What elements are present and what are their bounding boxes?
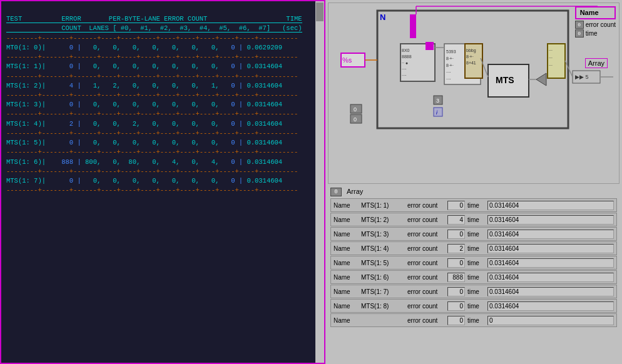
row-mt0: MT0(1: 0)| 0 | 0, 0, 0, 0, 0, 0, 0, 0 | … — [6, 44, 282, 51]
svg-text:N: N — [380, 13, 385, 22]
divider-8: --------+-------+------+----+----+----+-… — [6, 186, 298, 194]
error-count-value-box: 0 — [575, 21, 584, 29]
divider-5: --------+-------+------+----+----+----+-… — [6, 129, 298, 137]
name-display-label: Name — [580, 9, 599, 16]
array-row-name-value: MTS(1: 6) — [361, 274, 405, 281]
array-index-box: 0 — [330, 188, 342, 196]
array-row-name-label: Name — [334, 260, 359, 266]
array-row-ec-value: 0 — [447, 287, 465, 296]
array-row: Name MTS(1: 7) error count 0 time 0.0314… — [330, 285, 617, 298]
array-row-ec-value: 4 — [447, 215, 465, 225]
svg-rect-11 — [426, 42, 434, 50]
divider-7: --------+-------+------+----+----+----+-… — [6, 168, 298, 175]
array-row-time-value: 0.0314604 — [487, 201, 614, 210]
row-mts5: MTS(1: 5)| 0 | 0, 0, 0, 0, 0, 0, 0, 0 | … — [6, 139, 282, 146]
right-panel: N %s 8X0 8888 ·· ● ···· ···· 3 i 53 — [325, 0, 622, 364]
time-display-label: time — [586, 30, 598, 37]
array-row-time-label: time — [467, 231, 485, 238]
array-row-ec-label: error count — [407, 288, 445, 295]
array-row-time-label: time — [467, 245, 485, 252]
svg-text:MTS: MTS — [496, 75, 514, 85]
array-row-time-label: time — [467, 216, 485, 223]
svg-text:····: ···· — [446, 70, 451, 74]
svg-text:5393: 5393 — [446, 49, 456, 54]
terminal-header2: COUNT LANES [ #0, #1, #2, #3, #4, #5, #6… — [6, 24, 302, 33]
error-count-display-label: error count — [586, 21, 616, 28]
divider-3: --------+-------+------+----+----+----+-… — [6, 91, 298, 99]
array-row: Name MTS(1: 8) error count 0 time 0.0314… — [330, 299, 617, 313]
array-row: Name error count 0 time 0 — [330, 313, 617, 327]
array-row-name-value: MTS(1: 5) — [361, 260, 405, 266]
svg-text:bbbg: bbbg — [466, 48, 476, 53]
array-row: Name MTS(1: 6) error count 888 time 0.03… — [330, 270, 617, 284]
array-row-time-value: 0 — [487, 316, 614, 325]
array-row-time-value: 0.0314604 — [487, 301, 614, 311]
array-row: Name MTS(1: 5) error count 0 time 0.0314… — [330, 256, 617, 270]
array-row-ec-label: error count — [407, 317, 445, 324]
svg-text:8X0: 8X0 — [402, 48, 410, 53]
array-row-time-label: time — [467, 303, 485, 310]
row-mts2: MTS(1: 2)| 4 | 1, 2, 0, 0, 0, 0, 1, 0 | … — [6, 82, 282, 89]
row-mts3: MTS(1: 3)| 0 | 0, 0, 0, 0, 0, 0, 0, 0 | … — [6, 101, 282, 108]
svg-text:8·+·: 8·+· — [446, 63, 454, 68]
array-row-name-label: Name — [334, 216, 359, 223]
terminal-content: TEST ERROR PER-BYTE-LANE ERROR COUNT TIM… — [1, 1, 324, 209]
array-row: Name MTS(1: 4) error count 2 time 0.0314… — [330, 241, 617, 255]
array-row-name-label: Name — [334, 245, 359, 252]
array-row-time-value: 0.0314604 — [487, 230, 614, 239]
array-section[interactable]: 0 Array Name MTS(1: 1) error count 0 tim… — [328, 186, 619, 361]
array-row-name-label: Name — [334, 317, 359, 324]
array-row-name-label: Name — [334, 274, 359, 281]
svg-text:····: ···· — [446, 77, 451, 81]
array-row-ec-value: 0 — [447, 258, 465, 268]
svg-text:%s: %s — [342, 56, 352, 64]
svg-text:···: ··· — [549, 63, 553, 68]
diagram-area: N %s 8X0 8888 ·· ● ···· ···· 3 i 53 — [328, 3, 619, 184]
array-row-name-label: Name — [334, 288, 359, 295]
array-row-time-value: 0.0314604 — [487, 244, 614, 253]
array-output-label: Array — [585, 58, 608, 68]
array-row-time-value: 0.0314604 — [487, 287, 614, 296]
array-row-ec-value: 0 — [447, 301, 465, 311]
terminal-header: TEST ERROR PER-BYTE-LANE ERROR COUNT TIM… — [6, 15, 302, 23]
array-row-ec-value: 0 — [447, 201, 465, 210]
display-cluster: Name 0 error count 0 time — [575, 6, 616, 38]
scrollbar-thumb[interactable] — [316, 3, 324, 21]
array-row-ec-label: error count — [407, 231, 445, 238]
array-row: Name MTS(1: 2) error count 4 time 0.0314… — [330, 213, 617, 226]
array-row-name-label: Name — [334, 202, 359, 209]
array-row-name-value: MTS(1: 2) — [361, 216, 405, 223]
svg-text:0: 0 — [354, 116, 357, 123]
row-mts4: MTS(1: 4)| 2 | 0, 0, 2, 0, 0, 0, 0, 0 | … — [6, 120, 282, 128]
array-row-ec-label: error count — [407, 303, 445, 310]
array-row-time-value: 0.0314604 — [487, 215, 614, 225]
array-row-name-value: MTS(1: 8) — [361, 303, 405, 310]
array-row-ec-value: 0 — [447, 230, 465, 239]
array-row-ec-label: error count — [407, 245, 445, 252]
array-row-name-value: MTS(1: 1) — [361, 202, 405, 209]
svg-text:0: 0 — [354, 106, 357, 113]
time-value-box: 0 — [575, 29, 584, 38]
array-label-text: Array — [588, 59, 604, 67]
array-row-ec-value: 888 — [447, 273, 465, 282]
svg-text:8·+·: 8·+· — [446, 56, 454, 61]
array-row-name-value: MTS(1: 7) — [361, 288, 405, 295]
array-row: Name MTS(1: 1) error count 0 time 0.0314… — [330, 198, 617, 212]
array-row-time-value: 0.0314604 — [487, 258, 614, 268]
array-row-time-value: 0.0314604 — [487, 273, 614, 282]
svg-text:···: ··· — [549, 48, 553, 53]
array-row-ec-label: error count — [407, 202, 445, 209]
scrollbar[interactable] — [315, 1, 324, 363]
array-row: Name MTS(1: 3) error count 0 time 0.0314… — [330, 227, 617, 241]
array-row-ec-label: error count — [407, 274, 445, 281]
array-row-name-value: MTS(1: 4) — [361, 245, 405, 252]
array-row-name-value: MTS(1: 3) — [361, 231, 405, 238]
divider-top: --------+-------+------+----+----+----+-… — [6, 34, 298, 42]
array-row-ec-label: error count — [407, 260, 445, 266]
divider-4: --------+-------+------+----+----+----+-… — [6, 110, 298, 118]
divider-6: --------+-------+------+----+----+----+-… — [6, 148, 298, 156]
svg-text:···: ··· — [549, 56, 553, 60]
svg-text:▶▶ 5: ▶▶ 5 — [575, 74, 589, 80]
name-display-border: Name — [575, 6, 616, 19]
svg-text:8·+·: 8·+· — [466, 54, 474, 59]
